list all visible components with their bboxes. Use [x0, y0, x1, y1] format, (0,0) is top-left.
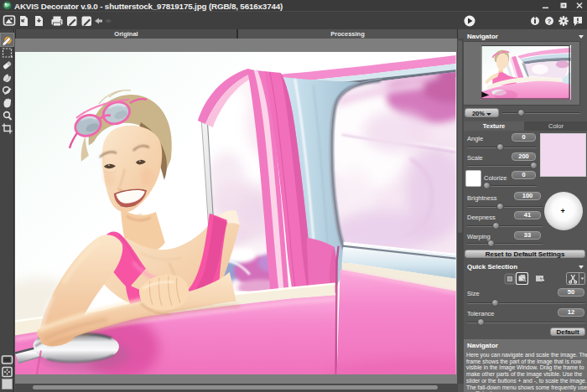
svg-text:?: ? [548, 18, 552, 25]
